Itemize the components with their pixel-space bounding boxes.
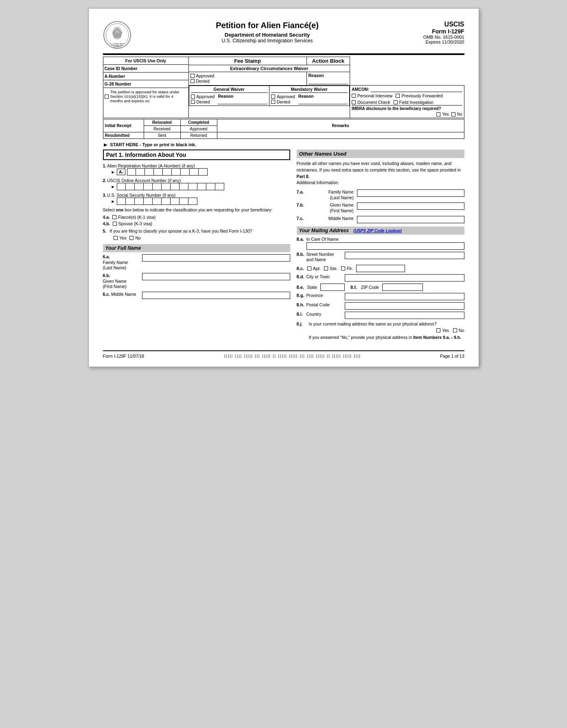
oa-cell-6[interactable] xyxy=(162,183,171,190)
oa-cell-11[interactable] xyxy=(206,183,215,190)
q8j-field: 8.j. Is your current mailing address the… xyxy=(297,321,464,340)
usps-zip-lookup-link[interactable]: (USPS ZIP Code Lookup) xyxy=(353,229,402,233)
other-names-heading: Other Names Used xyxy=(297,150,464,158)
q6b-input[interactable] xyxy=(142,273,290,280)
a-num-cell-2[interactable] xyxy=(136,168,145,176)
imbra-no-cb[interactable] xyxy=(451,112,455,117)
ssn-cell-9[interactable] xyxy=(188,198,197,205)
q6c-input[interactable] xyxy=(142,292,290,299)
oa-cell-3[interactable] xyxy=(135,183,144,190)
mw-denied-cb[interactable] xyxy=(271,100,275,104)
q2-field: 2.USCIS Online Account Number (if any) ► xyxy=(103,178,290,190)
a-number-prefix: A- xyxy=(117,169,125,175)
field-investigation-cb[interactable] xyxy=(394,100,398,104)
ec-denied-checkbox[interactable] xyxy=(190,79,195,83)
ssn-input xyxy=(117,198,197,205)
q4a-checkbox[interactable] xyxy=(112,215,116,219)
personal-interview-cb[interactable] xyxy=(352,94,356,98)
ssn-cell-8[interactable] xyxy=(180,198,188,205)
completed-label: Completed xyxy=(180,119,217,126)
q8i-input[interactable] xyxy=(345,312,464,319)
imbra-yes-cb[interactable] xyxy=(436,112,440,117)
ssn-cell-4[interactable] xyxy=(144,198,153,205)
q7a-input[interactable] xyxy=(357,189,464,197)
q5-no-checkbox[interactable] xyxy=(129,236,134,240)
gw-reason-line xyxy=(218,99,267,104)
a-num-cell-9[interactable] xyxy=(199,168,208,176)
a-num-cell-1[interactable] xyxy=(127,168,136,176)
q8c-input[interactable] xyxy=(356,265,405,272)
oa-cell-1[interactable] xyxy=(117,183,126,190)
gw-approved-cb[interactable] xyxy=(191,95,195,99)
ssn-cell-7[interactable] xyxy=(171,198,180,205)
oa-cell-8[interactable] xyxy=(180,183,188,190)
q8d-input[interactable] xyxy=(345,274,464,282)
q8i-field: 8.i. Country xyxy=(297,312,464,319)
ssn-cell-6[interactable] xyxy=(162,198,171,205)
q6a-input[interactable] xyxy=(142,254,290,262)
q4b-checkbox[interactable] xyxy=(113,222,117,226)
oa-cell-10[interactable] xyxy=(197,183,206,190)
gw-denied-cb[interactable] xyxy=(191,100,195,104)
ec-waiver-heading: Extraordinary Circumstances Waiver xyxy=(188,65,350,72)
apt-checkbox[interactable] xyxy=(307,266,311,271)
ssn-cell-1[interactable] xyxy=(117,198,126,205)
q5-yes-checkbox[interactable] xyxy=(114,236,118,240)
document-check-cb[interactable] xyxy=(352,100,356,104)
a-num-cell-6[interactable] xyxy=(172,168,181,176)
oa-cell-12[interactable] xyxy=(215,183,224,190)
q8b-input[interactable] xyxy=(345,252,464,259)
oa-cell-7[interactable] xyxy=(171,183,180,190)
flr-checkbox[interactable] xyxy=(341,266,345,271)
oa-cell-9[interactable] xyxy=(188,183,197,190)
part1-heading: Part 1. Information About You xyxy=(103,150,290,160)
ste-checkbox[interactable] xyxy=(324,266,328,271)
ssn-cell-2[interactable] xyxy=(126,198,135,205)
petition-checkbox[interactable] xyxy=(105,95,109,99)
q8b-field: 8.b. Street Numberand Name xyxy=(297,252,464,263)
q8e-input[interactable] xyxy=(320,284,345,291)
q7a-field: 7.a. Family Name(Last Name) xyxy=(297,189,464,200)
previously-forwarded-cb[interactable] xyxy=(396,94,400,98)
left-column: Part 1. Information About You 1.Alien Re… xyxy=(103,150,290,342)
a-num-cell-8[interactable] xyxy=(190,168,199,176)
mw-approved-cb[interactable] xyxy=(271,95,275,99)
q8j-yes-checkbox[interactable] xyxy=(436,328,440,332)
online-account-input xyxy=(117,183,224,190)
a-num-cell-7[interactable] xyxy=(181,168,190,176)
q8a-input[interactable] xyxy=(306,242,464,250)
a-number-input-group xyxy=(127,168,208,176)
q3-field: 3.U.S. Social Security Number (if any) ► xyxy=(103,193,290,205)
oa-cell-2[interactable] xyxy=(126,183,135,190)
classification-instruction: Select one box below to indicate the cla… xyxy=(103,207,290,212)
q7b-input[interactable] xyxy=(357,202,464,210)
q8g-input[interactable] xyxy=(345,293,464,300)
q8h-input[interactable] xyxy=(345,302,464,310)
form-page: U.S. DEPARTMENT OF HOMELAND SECURITY Pet… xyxy=(88,8,479,367)
amcon-line xyxy=(371,86,462,92)
q8f-input[interactable] xyxy=(382,284,423,291)
q6a-field: 6.a. Family Name (Last Name) xyxy=(103,254,290,271)
omb-number: OMB No. 1615-0001 xyxy=(399,35,464,40)
oa-cell-5[interactable] xyxy=(153,183,162,190)
ec-reason-line xyxy=(309,79,348,84)
classification-question: Select one box below to indicate the cla… xyxy=(103,207,290,226)
a-num-cell-3[interactable] xyxy=(145,168,154,176)
ec-approved-checkbox[interactable] xyxy=(190,74,195,78)
a-num-cell-5[interactable] xyxy=(163,168,172,176)
case-id-label: Case ID Number xyxy=(103,65,188,73)
remarks-label: Remarks xyxy=(217,119,464,132)
header-right: USCIS Form I-129F OMB No. 1615-0001 Expi… xyxy=(399,21,464,44)
dept-subtitle: Department of Homeland Security xyxy=(136,32,399,38)
ssn-cell-3[interactable] xyxy=(135,198,144,205)
oa-cell-4[interactable] xyxy=(144,183,153,190)
q7c-input[interactable] xyxy=(357,216,464,223)
q8j-note: If you answered "No," provide your physi… xyxy=(309,335,464,340)
ssn-cell-5[interactable] xyxy=(153,198,162,205)
q8j-no-checkbox[interactable] xyxy=(453,328,457,332)
page-number: Page 1 of 13 xyxy=(440,354,464,359)
mandatory-waiver-section: Mandatory Waiver Approved Denied Reason xyxy=(269,86,349,106)
a-num-cell-4[interactable] xyxy=(154,168,163,176)
receipt-table: Initial Receipt Relocated Completed Rema… xyxy=(103,119,464,139)
sent-cell: Sent xyxy=(144,132,180,139)
